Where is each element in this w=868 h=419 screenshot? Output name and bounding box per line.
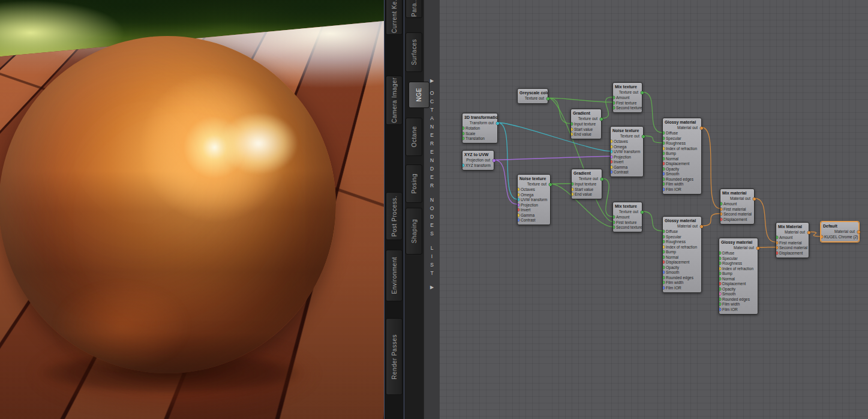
input-pin[interactable] — [663, 142, 665, 145]
input-pin[interactable] — [462, 137, 464, 140]
input-pin[interactable] — [663, 250, 665, 253]
wire-greyscale-to-gradient_top[interactable] — [548, 98, 570, 124]
input-pin[interactable] — [462, 127, 464, 130]
wire-gradient_top-to-mix_top[interactable] — [602, 97, 612, 119]
input-pin[interactable] — [462, 132, 464, 135]
input-pin[interactable] — [719, 292, 721, 295]
output-pin[interactable] — [496, 122, 499, 125]
output-pin[interactable] — [600, 118, 603, 121]
input-pin[interactable] — [613, 101, 615, 104]
input-pin[interactable] — [719, 303, 721, 306]
output-pin[interactable] — [700, 225, 703, 228]
wire-noise_low-to-gradient_low[interactable] — [551, 184, 571, 184]
input-pin[interactable] — [663, 162, 665, 165]
input-pin[interactable] — [611, 166, 612, 169]
input-pin[interactable] — [613, 216, 615, 219]
output-pin[interactable] — [641, 211, 644, 214]
input-pin[interactable] — [611, 150, 612, 153]
input-pin[interactable] — [663, 178, 665, 181]
output-pin[interactable] — [641, 91, 644, 94]
input-pin[interactable] — [719, 282, 721, 285]
wire-mixmat_up-to-mixmat_right[interactable] — [755, 198, 776, 242]
node-graph-canvas[interactable]: Greyscale colorTexture out3D transformat… — [440, 0, 868, 419]
node-glossy_top[interactable]: Glossy materialMaterial outDiffuseSpecul… — [662, 118, 702, 194]
node-xyz2uvw[interactable]: XYZ to UVWProjection outXYZ transform — [462, 150, 494, 170]
input-pin[interactable] — [719, 262, 721, 265]
tab-octane[interactable]: Octane — [406, 118, 422, 156]
input-pin[interactable] — [663, 286, 665, 289]
node-mix_low[interactable]: Mix textureTexture outAmountFirst textur… — [612, 202, 642, 232]
input-pin[interactable] — [462, 164, 464, 167]
output-pin[interactable] — [492, 159, 495, 162]
input-pin[interactable] — [663, 256, 665, 259]
output-pin[interactable] — [753, 197, 756, 200]
tab-para[interactable]: Para... — [406, 0, 422, 18]
input-pin[interactable] — [663, 131, 665, 134]
input-pin[interactable] — [776, 241, 778, 244]
input-pin[interactable] — [719, 267, 721, 270]
input-pin[interactable] — [518, 203, 519, 206]
input-pin[interactable] — [776, 252, 778, 255]
input-pin[interactable] — [611, 145, 612, 148]
input-pin[interactable] — [719, 298, 721, 301]
input-pin[interactable] — [663, 261, 665, 264]
output-pin[interactable] — [700, 127, 703, 130]
node-default[interactable]: DefaultMaterial outKUGEL Chrome (2) — [821, 222, 859, 242]
render-viewport[interactable] — [0, 0, 384, 419]
input-pin[interactable] — [719, 288, 721, 291]
tab-post-process[interactable]: Post Process. — [386, 192, 403, 240]
input-pin[interactable] — [571, 122, 573, 125]
input-pin[interactable] — [663, 188, 665, 191]
input-pin[interactable] — [518, 198, 519, 201]
input-pin[interactable] — [613, 106, 615, 109]
input-pin[interactable] — [821, 235, 823, 238]
output-pin[interactable] — [857, 231, 860, 234]
input-pin[interactable] — [518, 214, 519, 217]
input-pin[interactable] — [611, 155, 612, 158]
tab-shaping[interactable]: Shaping — [406, 208, 422, 255]
node-glossy_low[interactable]: Glossy materialMaterial outDiffuseSpecul… — [662, 216, 702, 293]
scroll-up-icon[interactable]: ▶ — [430, 78, 434, 84]
input-pin[interactable] — [720, 202, 722, 205]
wire-glossy_low-to-mixmat_up[interactable] — [702, 214, 720, 226]
wire-mix_low-to-glossy_low[interactable] — [642, 211, 662, 231]
node-gradient_low[interactable]: GradientTexture outInput textureStart va… — [571, 169, 602, 199]
wire-gradient_low-to-mix_low[interactable] — [602, 178, 612, 217]
wire-transform3d-to-noise_low[interactable] — [498, 122, 517, 199]
tab-render-passes[interactable]: Render Passes — [386, 318, 403, 395]
input-pin[interactable] — [663, 157, 665, 160]
input-pin[interactable] — [776, 236, 778, 239]
input-pin[interactable] — [518, 219, 519, 222]
tab-posing[interactable]: Posing — [406, 164, 422, 203]
input-pin[interactable] — [611, 170, 612, 173]
input-pin[interactable] — [663, 266, 665, 269]
tab-environment[interactable]: Environment — [386, 250, 403, 301]
node-noise_low[interactable]: Noise textureTexture outOctavesOmegaUVW … — [517, 174, 551, 225]
input-pin[interactable] — [663, 235, 665, 238]
input-pin[interactable] — [663, 276, 665, 279]
input-pin[interactable] — [720, 218, 722, 221]
node-gradient_top[interactable]: GradientTexture outInput textureStart va… — [570, 109, 602, 139]
wire-noise_mid-to-glossy_top[interactable] — [644, 136, 662, 143]
wire-xyz2uvw-to-noise_mid[interactable] — [494, 156, 610, 160]
input-pin[interactable] — [613, 226, 615, 229]
wire-glossy_br-to-mixmat_right[interactable] — [758, 247, 776, 248]
input-pin[interactable] — [518, 193, 519, 196]
output-pin[interactable] — [546, 97, 549, 100]
node-transform3d[interactable]: 3D transformationTransform outRotationSc… — [462, 113, 498, 143]
input-pin[interactable] — [571, 133, 573, 136]
output-pin[interactable] — [807, 231, 810, 234]
input-pin[interactable] — [663, 271, 665, 274]
input-pin[interactable] — [720, 213, 722, 216]
output-pin[interactable] — [600, 178, 603, 181]
node-mixmat_up[interactable]: Mix materialMaterial outAmountFirst mate… — [720, 188, 755, 225]
input-pin[interactable] — [719, 272, 721, 275]
input-pin[interactable] — [663, 182, 665, 185]
node-glossy_br[interactable]: Glossy materialMaterial outDiffuseSpecul… — [719, 238, 758, 315]
tab-current-ke[interactable]: Current Ke... — [386, 0, 403, 35]
wire-mixmat_right-to-default[interactable] — [809, 232, 821, 237]
wire-mix_top-to-glossy_top[interactable] — [642, 92, 662, 133]
wire-greyscale-to-mix_top[interactable] — [548, 98, 612, 102]
output-pin[interactable] — [549, 183, 552, 186]
input-pin[interactable] — [719, 277, 721, 280]
